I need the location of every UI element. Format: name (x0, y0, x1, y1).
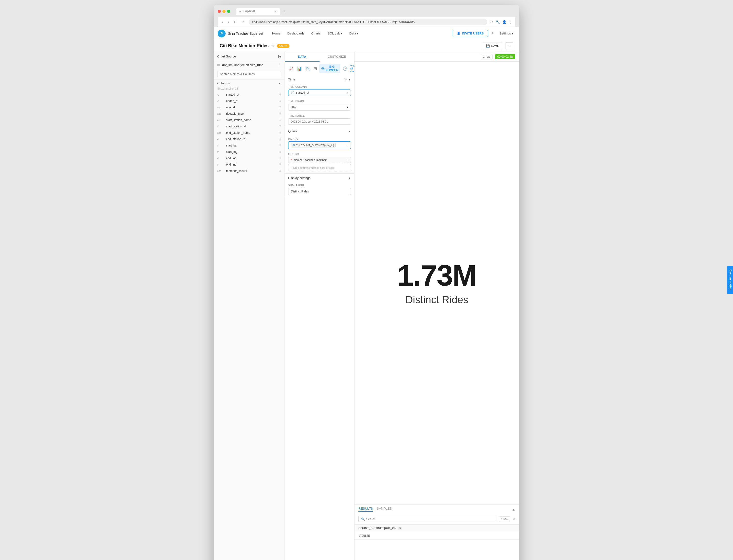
add-button[interactable]: + (491, 30, 495, 37)
column-item[interactable]: abc ride_id ⠿ (214, 104, 284, 111)
drag-handle-icon[interactable]: ⠿ (279, 106, 281, 109)
results-search-input[interactable] (366, 517, 403, 521)
column-item[interactable]: # end_station_id ⠿ (214, 136, 284, 142)
drag-handle-icon[interactable]: ⠿ (279, 131, 281, 134)
column-item[interactable]: # start_station_id ⠿ (214, 123, 284, 130)
copy-results-icon[interactable]: ⧉ (513, 517, 515, 521)
drag-handle-icon[interactable]: ⠿ (279, 163, 281, 166)
drag-handle-icon[interactable]: ⠿ (279, 138, 281, 141)
fullscreen-button[interactable] (227, 10, 230, 13)
query-section-header[interactable]: Query ▲ (285, 127, 354, 135)
time-grain-select[interactable]: Day ▾ (288, 104, 351, 111)
column-type-icon: # (217, 138, 224, 141)
column-name: end_lat (226, 157, 277, 160)
line-chart-icon[interactable]: 📈 (288, 65, 294, 72)
column-item[interactable]: ⊙ ended_at ⠿ (214, 98, 284, 104)
columns-header[interactable]: Columns ▲ (214, 79, 284, 87)
drag-handle-icon[interactable]: ⠿ (279, 93, 281, 96)
display-section-chevron-icon: ▲ (348, 177, 351, 179)
time-range-select[interactable]: 2022-04-01 ≤ col < 2022-05-01 (288, 118, 351, 125)
close-button[interactable] (218, 10, 221, 13)
samples-tab[interactable]: SAMPLES (377, 507, 392, 512)
control-panel: DATA CUSTOMIZE 📈 📊 📉 ⊞ 4k BIG NUMBER 🕐 V… (285, 52, 354, 560)
favorite-star-icon[interactable]: ☆ (271, 44, 274, 48)
data-chevron-icon: ▾ (357, 32, 358, 35)
column-name: start_lng (226, 150, 277, 154)
nav-data[interactable]: Data ▾ (346, 30, 361, 37)
filter-arrow-icon: › (348, 158, 348, 161)
nav-home[interactable]: Home (269, 30, 283, 37)
new-tab-button[interactable]: + (281, 8, 287, 14)
metric-field: METRIC ✕ f(x) COUNT_DISTINCT(ride_id) › (285, 135, 354, 151)
drag-handle-icon[interactable]: ⠿ (279, 119, 281, 122)
column-item[interactable]: # start_lng ⠿ (214, 149, 284, 155)
column-item[interactable]: abc end_station_name ⠿ (214, 130, 284, 136)
column-item[interactable]: ⊙ started_at ⠿ (214, 91, 284, 98)
results-tab[interactable]: RESULTS (358, 507, 373, 512)
column-item[interactable]: abc start_station_name ⠿ (214, 117, 284, 123)
tab-data[interactable]: DATA (285, 52, 319, 62)
filter-tag[interactable]: ✕ member_casual = 'member' › (288, 157, 351, 163)
extensions-icon[interactable]: 🔧 (496, 20, 500, 24)
sidebar-title: Chart Source (217, 55, 236, 58)
minimize-button[interactable] (222, 10, 225, 13)
tab-close-icon[interactable]: ✕ (274, 10, 277, 13)
column-item[interactable]: # start_lat ⠿ (214, 142, 284, 149)
filter-remove-icon[interactable]: ✕ (290, 158, 292, 161)
column-item[interactable]: abc member_casual ⠿ (214, 168, 284, 174)
table-chart-icon[interactable]: ⊞ (313, 65, 318, 72)
filter-drop-zone[interactable]: + Drop columns/metrics here or click (288, 164, 351, 171)
nav-sqllab[interactable]: SQL Lab ▾ (325, 30, 345, 37)
column-remove-badge[interactable]: ✕ (398, 527, 402, 530)
metric-input[interactable]: ✕ f(x) COUNT_DISTINCT(ride_id) › (288, 141, 351, 149)
drag-handle-icon[interactable]: ⠿ (279, 125, 281, 128)
documentation-tab[interactable]: Documentation (727, 266, 733, 294)
columns-count: Showing 13 of 13 (214, 87, 284, 91)
time-column-input[interactable]: 🕐 started_at › (288, 90, 351, 96)
save-button[interactable]: 💾 SAVE (482, 43, 503, 49)
refresh-button[interactable]: ↻ (233, 20, 238, 24)
column-header-row: COUNT_DISTINCT(ride_id) ✕ (354, 525, 519, 532)
query-section-chevron-icon: ▲ (348, 130, 351, 133)
chart-source-sidebar: Chart Source |◀ ⊞ dbt_smukherjee.citibik… (214, 52, 285, 560)
chart-title: Citi Bike Member Rides (220, 43, 269, 48)
column-item[interactable]: # end_lat ⠿ (214, 155, 284, 161)
column-item[interactable]: # end_lng ⠿ (214, 161, 284, 168)
menu-icon[interactable]: ⋮ (509, 20, 512, 24)
drag-handle-icon[interactable]: ⠿ (279, 100, 281, 103)
forward-button[interactable]: › (227, 20, 230, 24)
nav-dashboards[interactable]: Dashboards (284, 30, 307, 37)
back-button[interactable]: ‹ (221, 20, 224, 24)
browser-tab[interactable]: ∞ Superset ✕ (236, 8, 280, 15)
datasource-menu-icon[interactable]: ⋮ (278, 63, 281, 67)
clock-chart-icon[interactable]: 🕐 (342, 65, 348, 72)
logo-area: P Srini Teaches Superset (218, 30, 263, 37)
results-collapse-icon[interactable]: ▲ (512, 507, 515, 511)
bar-chart-icon[interactable]: 📊 (296, 65, 303, 72)
address-input[interactable] (248, 19, 487, 25)
shield-icon: 🛡 (490, 20, 493, 24)
row-count-badge: 1 row (481, 54, 492, 59)
settings-button[interactable]: Settings ▾ (498, 31, 515, 36)
search-metrics-input[interactable] (217, 71, 281, 77)
drag-handle-icon[interactable]: ⠿ (279, 150, 281, 154)
tab-customize[interactable]: CUSTOMIZE (319, 52, 354, 62)
more-options-button[interactable]: ··· (505, 42, 513, 49)
drag-handle-icon[interactable]: ⠿ (279, 169, 281, 173)
area-chart-icon[interactable]: 📉 (304, 65, 311, 72)
drag-handle-icon[interactable]: ⠿ (279, 112, 281, 115)
drag-handle-icon[interactable]: ⠿ (279, 157, 281, 160)
main-nav: Home Dashboards Charts SQL Lab ▾ Data ▾ (269, 30, 361, 37)
nav-charts[interactable]: Charts (308, 30, 324, 37)
traffic-lights (218, 10, 230, 13)
subheader-input[interactable] (288, 188, 351, 195)
bookmark-icon[interactable]: ☆ (240, 20, 246, 24)
column-item[interactable]: abc rideable_type ⠿ (214, 111, 284, 117)
display-section-header[interactable]: Display settings ▲ (285, 174, 354, 182)
profile-icon[interactable]: 👤 (502, 20, 507, 24)
sidebar-collapse-button[interactable]: |◀ (278, 55, 281, 58)
invite-users-button[interactable]: 👤 INVITE USERS (453, 30, 488, 37)
time-section-header[interactable]: Time ⓘ ▲ (285, 75, 354, 84)
drag-handle-icon[interactable]: ⠿ (279, 144, 281, 147)
big-number-chart-type[interactable]: 4k BIG NUMBER (319, 64, 340, 73)
